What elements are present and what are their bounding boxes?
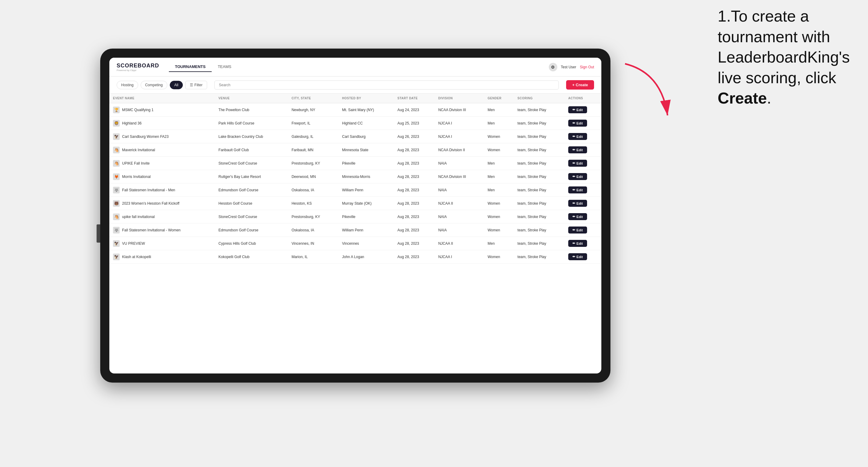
- table-row: 🦁 Highland 36 Park Hills Golf Course Fre…: [109, 117, 601, 130]
- annotation-line4: live scoring, click: [718, 69, 836, 87]
- cell-date: Aug 28, 2023: [394, 210, 435, 223]
- cell-event-name: 🏆 MSMC Qualifying 1: [109, 103, 215, 117]
- create-button[interactable]: + Create: [566, 80, 594, 90]
- edit-pencil-icon: ✏: [572, 228, 575, 232]
- event-name-text: Carl Sandburg Women FA23: [122, 134, 168, 139]
- edit-pencil-icon: ✏: [572, 108, 575, 112]
- cell-division: NAIA: [435, 157, 484, 170]
- cell-scoring: team, Stroke Play: [514, 183, 565, 197]
- cell-gender: Women: [484, 210, 514, 223]
- arrow-icon: [607, 55, 683, 131]
- edit-button[interactable]: ✏ Edit: [568, 240, 587, 247]
- cell-hosted: Pikeville: [338, 210, 394, 223]
- cell-actions: ✏ Edit: [565, 170, 601, 183]
- cell-date: Aug 28, 2023: [394, 250, 435, 263]
- cell-event-name: 🦅 Klash at Kokopelli: [109, 250, 215, 263]
- cell-gender: Women: [484, 143, 514, 157]
- annotation-text: 1.To create a tournament with Leaderboar…: [718, 6, 850, 109]
- cell-hosted: Highland CC: [338, 117, 394, 130]
- table-row: 🐺 Fall Statesmen Invitational - Men Edmu…: [109, 183, 601, 197]
- cell-actions: ✏ Edit: [565, 223, 601, 237]
- filter-button[interactable]: ☰ Filter: [185, 81, 207, 89]
- cell-city: Freeport, IL: [288, 117, 338, 130]
- event-name-text: Klash at Kokopelli: [122, 255, 151, 259]
- cell-gender: Men: [484, 183, 514, 197]
- table-row: 🦊 Morris Invitational Ruttger's Bay Lake…: [109, 170, 601, 183]
- col-event-name: EVENT NAME: [109, 94, 215, 103]
- cell-scoring: team, Stroke Play: [514, 223, 565, 237]
- edit-button[interactable]: ✏ Edit: [568, 120, 587, 127]
- cell-city: Vincennes, IN: [288, 237, 338, 250]
- event-icon: 🦅: [113, 133, 120, 140]
- edit-button[interactable]: ✏ Edit: [568, 213, 587, 220]
- cell-scoring: team, Stroke Play: [514, 143, 565, 157]
- tab-teams[interactable]: TEAMS: [212, 62, 238, 72]
- edit-pencil-icon: ✏: [572, 241, 575, 245]
- cell-date: Aug 25, 2023: [394, 117, 435, 130]
- col-start-date: START DATE: [394, 94, 435, 103]
- cell-venue: Hesston Golf Course: [215, 197, 288, 210]
- edit-button[interactable]: ✏ Edit: [568, 253, 587, 260]
- filter-icon: ☰: [190, 83, 193, 87]
- cell-city: Newburgh, NY: [288, 103, 338, 117]
- sign-out-link[interactable]: Sign Out: [580, 65, 594, 69]
- col-scoring: SCORING: [514, 94, 565, 103]
- cell-date: Aug 28, 2023: [394, 183, 435, 197]
- table-row: 🐴 Maverick Invitational Faribault Golf C…: [109, 143, 601, 157]
- cell-gender: Women: [484, 130, 514, 143]
- cell-scoring: team, Stroke Play: [514, 130, 565, 143]
- cell-event-name: 🦅 VU PREVIEW: [109, 237, 215, 250]
- cell-gender: Men: [484, 117, 514, 130]
- hosting-button[interactable]: Hosting: [117, 81, 138, 89]
- edit-button[interactable]: ✏ Edit: [568, 133, 587, 140]
- event-icon: 🦊: [113, 174, 120, 180]
- edit-button[interactable]: ✏ Edit: [568, 186, 587, 193]
- tablet-screen: SCOREBOARD Powered by Clippr TOURNAMENTS…: [109, 58, 601, 373]
- search-input[interactable]: [214, 81, 559, 90]
- cell-hosted: Carl Sandburg: [338, 130, 394, 143]
- edit-button[interactable]: ✏ Edit: [568, 160, 587, 167]
- cell-date: Aug 28, 2023: [394, 170, 435, 183]
- cell-gender: Men: [484, 103, 514, 117]
- cell-city: Oskaloosa, IA: [288, 183, 338, 197]
- app-header: SCOREBOARD Powered by Clippr TOURNAMENTS…: [109, 58, 601, 76]
- table-row: 🏆 MSMC Qualifying 1 The Powelton Club Ne…: [109, 103, 601, 117]
- edit-button[interactable]: ✏ Edit: [568, 226, 587, 234]
- table-row: 🦅 VU PREVIEW Cypress Hills Golf Club Vin…: [109, 237, 601, 250]
- all-button[interactable]: All: [170, 81, 183, 89]
- tab-tournaments[interactable]: TOURNAMENTS: [169, 62, 212, 72]
- cell-scoring: team, Stroke Play: [514, 237, 565, 250]
- edit-button[interactable]: ✏ Edit: [568, 106, 587, 113]
- cell-hosted: John A Logan: [338, 250, 394, 263]
- edit-button[interactable]: ✏ Edit: [568, 200, 587, 207]
- cell-city: Prestonsburg, KY: [288, 210, 338, 223]
- cell-venue: The Powelton Club: [215, 103, 288, 117]
- cell-actions: ✏ Edit: [565, 250, 601, 263]
- edit-button[interactable]: ✏ Edit: [568, 146, 587, 153]
- cell-date: Aug 28, 2023: [394, 223, 435, 237]
- cell-gender: Men: [484, 157, 514, 170]
- cell-actions: ✏ Edit: [565, 143, 601, 157]
- edit-button[interactable]: ✏ Edit: [568, 173, 587, 180]
- col-hosted-by: HOSTED BY: [338, 94, 394, 103]
- annotation-line3: LeaderboardKing's: [718, 48, 850, 66]
- event-name-text: VU PREVIEW: [122, 241, 145, 246]
- logo-area: SCOREBOARD Powered by Clippr: [117, 63, 159, 72]
- event-icon: 🐴: [113, 160, 120, 167]
- cell-scoring: team, Stroke Play: [514, 157, 565, 170]
- cell-division: NJCAA II: [435, 237, 484, 250]
- edit-pencil-icon: ✏: [572, 175, 575, 179]
- settings-icon[interactable]: ⚙: [549, 63, 557, 71]
- cell-actions: ✏ Edit: [565, 117, 601, 130]
- competing-button[interactable]: Competing: [141, 81, 167, 89]
- cell-event-name: 🦁 Highland 36: [109, 117, 215, 130]
- edit-pencil-icon: ✏: [572, 161, 575, 165]
- event-icon: 🦁: [113, 120, 120, 127]
- cell-scoring: team, Stroke Play: [514, 170, 565, 183]
- table-row: 🐴 upike fall invitational StoneCrest Gol…: [109, 210, 601, 223]
- cell-city: Galesburg, IL: [288, 130, 338, 143]
- event-icon: 🐺: [113, 187, 120, 193]
- cell-city: Marion, IL: [288, 250, 338, 263]
- edit-pencil-icon: ✏: [572, 188, 575, 192]
- table-row: 🦅 Carl Sandburg Women FA23 Lake Bracken …: [109, 130, 601, 143]
